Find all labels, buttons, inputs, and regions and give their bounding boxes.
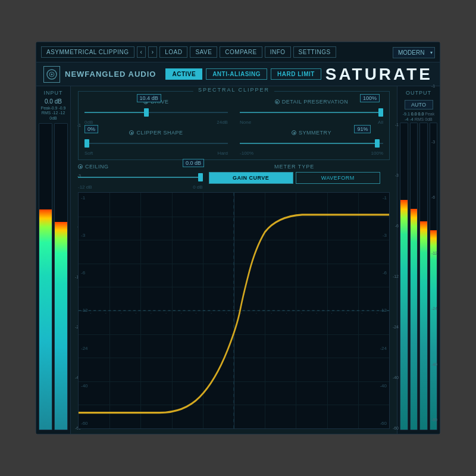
clipper-track: 0% <box>84 143 228 144</box>
center-panel: SPECTRAL CLIPPER DRIVE 10.4 dB <box>71 86 397 434</box>
symmetry-slider-container: 91% <box>240 137 383 149</box>
plugin-window: ASYMMETRICAL CLIPPING ‹ › LOAD SAVE COMP… <box>36 42 440 434</box>
clipper-slider-container: 0% <box>84 137 228 149</box>
meter-type-label: METER TYPE <box>209 164 380 170</box>
output-section: OUTPUT AUTO MANUAL -9.1 0.0 0.0 Peak -4 … <box>397 86 440 434</box>
detail-value: 100% <box>360 94 380 102</box>
symmetry-range: -100% 100% <box>240 151 383 156</box>
controls-row-1: DRIVE 10.4 dB 0dB 24dB <box>84 99 383 125</box>
bottom-controls: CEILING 0.0 dB -12 dB 0 dB <box>78 164 390 190</box>
input-meter-left <box>39 123 52 430</box>
drive-slider-container: 10.4 dB <box>84 107 228 118</box>
spectral-clipper: SPECTRAL CLIPPER DRIVE 10.4 dB <box>78 91 390 160</box>
output-auto-select[interactable]: AUTO MANUAL <box>405 100 433 109</box>
symmetry-control: SYMMETRY 91% -100% 100% <box>240 130 383 156</box>
drive-range: 0dB 24dB <box>84 120 228 125</box>
meter-type-buttons: GAIN CURVE WAVEFORM <box>209 172 380 184</box>
detail-label: DETAIL PRESERVATION <box>275 99 349 105</box>
detail-thumb[interactable] <box>378 108 383 117</box>
output-header: OUTPUT AUTO MANUAL <box>405 90 433 109</box>
header-bar: NEWFANGLED AUDIO ACTIVE ANTI-ALIASING HA… <box>36 62 440 86</box>
save-button[interactable]: SAVE <box>190 46 217 58</box>
input-db-value: 0.0 dB <box>45 98 62 105</box>
anti-aliasing-button[interactable]: ANTI-ALIASING <box>206 68 267 80</box>
ceiling-track: 0.0 dB <box>78 177 203 178</box>
output-label: OUTPUT <box>406 90 431 96</box>
symmetry-dot[interactable] <box>292 130 296 135</box>
symmetry-track: 91% <box>240 143 383 144</box>
info-button[interactable]: INFO <box>265 46 291 58</box>
ceiling-fill <box>78 177 203 178</box>
meter-type-group: METER TYPE GAIN CURVE WAVEFORM <box>209 164 380 184</box>
ceiling-group: CEILING 0.0 dB -12 dB 0 dB <box>78 164 203 190</box>
clipper-shape-control: CLIPPER SHAPE 0% Soft Hard <box>84 130 228 156</box>
output-meter-3-fill <box>420 221 427 430</box>
clipper-dot[interactable] <box>129 130 134 135</box>
gain-curve-svg <box>79 193 389 428</box>
preset-name: ASYMMETRICAL CLIPPING <box>41 46 134 58</box>
output-meter-2-fill <box>411 209 418 430</box>
input-section: INPUT 0.0 dB Peak-0.9 -0.9 RMS -12 -12 0… <box>36 86 71 434</box>
mode-select[interactable]: MODERN CLASSIC <box>393 47 435 58</box>
input-meters: -1 -3 -6 -12 -24 -40 -60 <box>39 123 68 430</box>
drive-control: DRIVE 10.4 dB 0dB 24dB <box>84 99 228 125</box>
symmetry-value: 91% <box>354 125 371 133</box>
output-scale: -1 -3 -6 -12 -24 -40 -60 <box>389 123 399 430</box>
drive-fill <box>84 112 146 113</box>
clipper-value: 0% <box>84 125 98 133</box>
plugin-title: SATURATE <box>325 65 433 84</box>
detail-dot[interactable] <box>275 99 280 104</box>
clipper-range: Soft Hard <box>84 151 228 156</box>
ceiling-slider-container: 0.0 dB <box>78 171 203 183</box>
ceiling-dot[interactable] <box>78 164 83 169</box>
curve-labels-right: -1 -3 -6 -12 -24 -40 -60 <box>380 193 387 428</box>
symmetry-thumb[interactable] <box>375 139 380 148</box>
input-rms-label: RMS -12 -12 <box>42 111 65 115</box>
drive-value: 10.4 dB <box>137 94 161 102</box>
detail-track: 100% <box>240 112 383 113</box>
detail-fill <box>240 112 383 113</box>
ceiling-thumb[interactable] <box>198 173 203 181</box>
clipper-thumb[interactable] <box>84 139 89 148</box>
hard-limit-button[interactable]: HARD LIMIT <box>271 68 321 80</box>
main-content: INPUT 0.0 dB Peak-0.9 -0.9 RMS -12 -12 0… <box>36 86 440 434</box>
mode-select-wrap: MODERN CLASSIC <box>393 46 435 58</box>
compare-button[interactable]: COMPARE <box>220 46 262 58</box>
output-meter-2 <box>410 123 418 430</box>
input-peak-label: Peak-0.9 -0.9 <box>40 106 65 111</box>
input-meter-left-fill <box>39 209 52 430</box>
output-meter-1 <box>400 123 408 430</box>
load-button[interactable]: LOAD <box>159 46 187 58</box>
top-bar: ASYMMETRICAL CLIPPING ‹ › LOAD SAVE COMP… <box>36 42 440 62</box>
symmetry-fill <box>240 143 377 144</box>
input-meter-right-fill <box>55 222 67 430</box>
ceiling-value: 0.0 dB <box>183 159 204 167</box>
settings-button[interactable]: SETTINGS <box>293 46 336 58</box>
clipper-shape-label: CLIPPER SHAPE <box>129 130 183 136</box>
output-numbers: -9.1 0.0 0.0 Peak <box>403 112 435 116</box>
output-meter-1-fill <box>400 200 408 430</box>
input-meter-right <box>54 123 68 430</box>
input-zero-label: 0dB <box>49 116 57 121</box>
brand-name: NEWFANGLED AUDIO <box>65 70 156 79</box>
curve-labels-left: -1 -3 -6 -12 -24 -40 -60 <box>81 193 88 428</box>
symmetry-label: SYMMETRY <box>292 130 331 136</box>
detail-range: None All <box>240 120 383 125</box>
nav-next-button[interactable]: › <box>148 46 157 58</box>
ceiling-range: -12 dB 0 dB <box>78 184 203 190</box>
nav-prev-button[interactable]: ‹ <box>137 46 146 58</box>
input-label: INPUT <box>44 90 63 96</box>
active-button[interactable]: ACTIVE <box>165 68 202 80</box>
curve-display: · · · · · · · · · · · · · · · · · <box>78 192 390 429</box>
gain-curve-button[interactable]: GAIN CURVE <box>209 172 293 184</box>
detail-control: DETAIL PRESERVATION 100% None All <box>240 99 383 125</box>
detail-slider-container: 100% <box>240 107 383 118</box>
svg-point-2 <box>51 73 53 75</box>
waveform-button[interactable]: WAVEFORM <box>296 172 380 184</box>
drive-thumb[interactable] <box>144 108 149 117</box>
spectral-title: SPECTRAL CLIPPER <box>193 87 274 93</box>
controls-row-2: CLIPPER SHAPE 0% Soft Hard <box>84 130 383 156</box>
drive-track: 10.4 dB <box>84 112 228 113</box>
output-meter-3 <box>419 123 428 430</box>
output-numbers-2: -4 -4 RMS 0dB <box>405 117 433 121</box>
